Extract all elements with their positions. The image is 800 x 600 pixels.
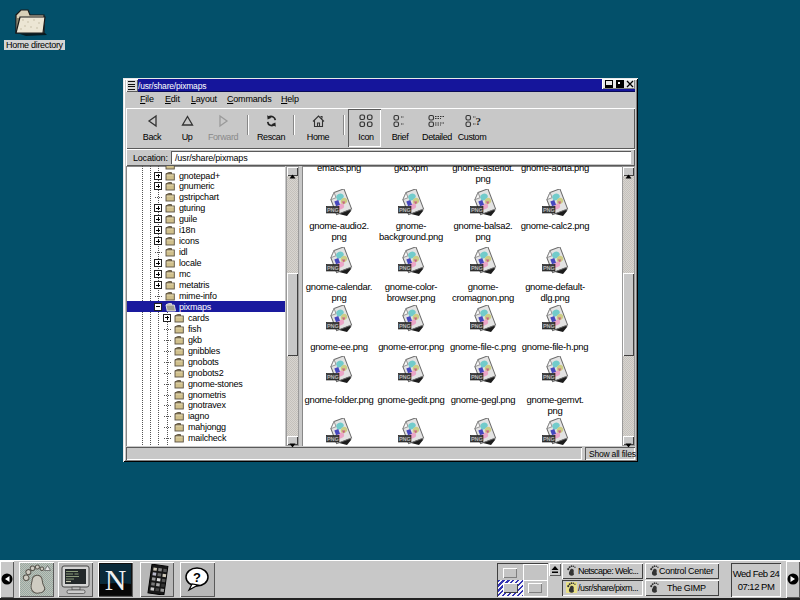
svg-text:N: N	[105, 564, 127, 595]
svg-text:?: ?	[475, 115, 480, 127]
svg-text:?: ?	[193, 570, 201, 585]
